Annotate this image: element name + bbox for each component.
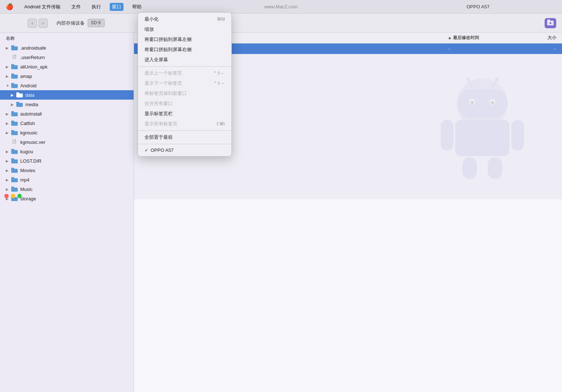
menu-item-label: 进入全屏幕 [144, 57, 225, 63]
col-size-header[interactable]: 大小 [520, 35, 556, 41]
svg-rect-10 [11, 74, 14, 75]
menubar-window[interactable]: 窗口 [110, 3, 123, 11]
sidebar-item-aliunion[interactable]: ▶ aliUnion_apk [0, 62, 134, 71]
menu-item-label: 显示上一个标签页 [144, 70, 213, 76]
svg-rect-29 [11, 168, 14, 169]
forward-button[interactable]: › [38, 18, 48, 28]
folder-icon [11, 130, 18, 135]
svg-rect-13 [16, 93, 23, 97]
svg-point-42 [471, 101, 474, 104]
chevron-right-icon: ▶ [11, 103, 16, 107]
maximize-button[interactable] [17, 194, 22, 198]
menu-item-label: 合并所有窗口 [144, 100, 225, 107]
menu-item-label: 将窗口拼贴到屏幕右侧 [144, 46, 225, 53]
chevron-right-icon: ▶ [6, 112, 11, 116]
col-date-header[interactable]: ▲ 最后修改时间 [448, 35, 520, 41]
folder-icon [16, 101, 23, 107]
breadcrumb: 内部存储设备 SD卡 [56, 19, 105, 27]
close-button[interactable] [4, 194, 9, 198]
menu-item-merge-windows: 合并所有窗口 [138, 99, 231, 109]
menu-separator-1 [138, 66, 231, 67]
sidebar-item-music[interactable]: ▶ Music [0, 184, 134, 194]
folder-icon [11, 186, 18, 192]
sort-arrow-icon: ▲ [448, 35, 453, 40]
menubar-execute[interactable]: 执行 [89, 3, 103, 11]
sidebar-item-lostdir[interactable]: ▶ LOST.DIR [0, 156, 134, 166]
svg-rect-14 [16, 92, 19, 94]
sidebar-header: 名称 [0, 33, 134, 43]
menubar-android[interactable]: Android 文件传输 [22, 3, 63, 11]
menu-item-bring-to-front[interactable]: 全部置于最前 [138, 132, 231, 142]
apple-menu[interactable]: 🍎 [4, 2, 16, 11]
menu-item-tile-left[interactable]: 将窗口拼贴到屏幕左侧 [138, 34, 231, 45]
sidebar-item-mp4[interactable]: ▶ mp4 [0, 175, 134, 184]
menu-item-minimize[interactable]: 最小化 ⌘M [138, 14, 231, 24]
sidebar-item-label: Catfish [20, 121, 129, 126]
menu-item-tile-right[interactable]: 将窗口拼贴到屏幕右侧 [138, 45, 231, 55]
svg-rect-19 [11, 122, 18, 126]
menu-item-zoom[interactable]: 缩放 [138, 24, 231, 34]
sidebar-item-label: mp4 [20, 177, 129, 183]
folder-icon [11, 83, 18, 88]
window-dropdown-menu: 最小化 ⌘M 缩放 将窗口拼贴到屏幕左侧 将窗口拼贴到屏幕右侧 进入全屏幕 显示… [138, 12, 232, 157]
sidebar-item-label: Android [20, 83, 129, 88]
menu-item-show-all-tabs: 显示所有标签页 ⇧⌘\ [138, 119, 231, 129]
svg-rect-30 [11, 178, 18, 182]
folder-icon [11, 167, 18, 173]
sidebar: 名称 ▶ .androidsafe .userReturn ▶ aliUnion… [0, 33, 134, 392]
folder-icon [11, 120, 18, 126]
folder-icon [11, 177, 18, 183]
sidebar-item-catfish[interactable]: ▶ Catfish [0, 118, 134, 128]
menu-item-label: 最小化 [144, 16, 217, 22]
menu-item-label: 将窗口拼贴到屏幕左侧 [144, 36, 225, 43]
menu-separator-2 [138, 130, 231, 131]
svg-point-45 [466, 78, 470, 81]
sidebar-item-android[interactable]: ▼ Android [0, 81, 134, 90]
main-window: ‹ › 内部存储设备 SD卡 名称 ▶ [0, 14, 562, 392]
col-date-label: 最后修改时间 [453, 35, 479, 40]
svg-rect-4 [11, 46, 18, 50]
svg-rect-51 [462, 157, 477, 179]
svg-rect-11 [11, 84, 18, 88]
chevron-right-icon: ▶ [6, 187, 11, 191]
new-folder-button[interactable] [545, 18, 556, 28]
folder-icon [11, 111, 18, 117]
traffic-lights [4, 194, 22, 198]
svg-rect-50 [511, 120, 524, 151]
menu-item-fullscreen[interactable]: 进入全屏幕 [138, 55, 231, 65]
chevron-right-icon: ▶ [6, 65, 11, 69]
sidebar-item-movies[interactable]: ▶ Movies [0, 166, 134, 175]
menu-item-label: 显示所有标签页 [144, 121, 216, 127]
sidebar-item-userreturn[interactable]: .userReturn [0, 53, 134, 62]
svg-rect-20 [11, 121, 14, 122]
sidebar-item-kugou[interactable]: ▶ kugou [0, 147, 134, 156]
svg-rect-22 [11, 130, 14, 132]
menubar-file[interactable]: 文件 [69, 3, 83, 11]
sidebar-item-kgmusic[interactable]: ▶ kgmusic [0, 128, 134, 137]
svg-rect-18 [11, 111, 14, 113]
menu-item-oppo-a57[interactable]: ✓ OPPO A57 [138, 146, 231, 155]
svg-rect-9 [11, 75, 18, 79]
sd-card-button[interactable]: SD卡 [88, 19, 105, 27]
sidebar-item-kgmusicver[interactable]: kgmusic.ver [0, 137, 134, 147]
sidebar-item-label: kgmusic.ver [20, 139, 129, 145]
chevron-right-icon: ▶ [6, 46, 11, 50]
minimize-button[interactable] [11, 194, 15, 198]
back-button[interactable]: ‹ [28, 18, 37, 28]
sidebar-item-media[interactable]: ▶ media [0, 100, 134, 109]
folder-icon [11, 158, 18, 164]
svg-rect-48 [455, 120, 509, 156]
sidebar-item-label: Movies [20, 168, 129, 173]
sidebar-item-data[interactable]: ▶ data [0, 90, 134, 100]
menubar-help[interactable]: 帮助 [130, 3, 144, 11]
sidebar-item-amap[interactable]: ▶ amap [0, 71, 134, 81]
sidebar-item-autoinstall[interactable]: ▶ autoInstall [0, 109, 134, 118]
menu-item-show-tabbar[interactable]: 显示标签页栏 [138, 109, 231, 119]
checkmark-icon: ✓ [144, 147, 148, 153]
menu-shortcut: ⌘M [217, 17, 225, 22]
sidebar-item-androidsafe[interactable]: ▶ .androidsafe [0, 43, 134, 53]
sidebar-item-label: kugou [20, 149, 129, 154]
chevron-right-icon: ▶ [6, 168, 11, 172]
menu-separator-3 [138, 144, 231, 144]
svg-rect-17 [11, 112, 18, 116]
